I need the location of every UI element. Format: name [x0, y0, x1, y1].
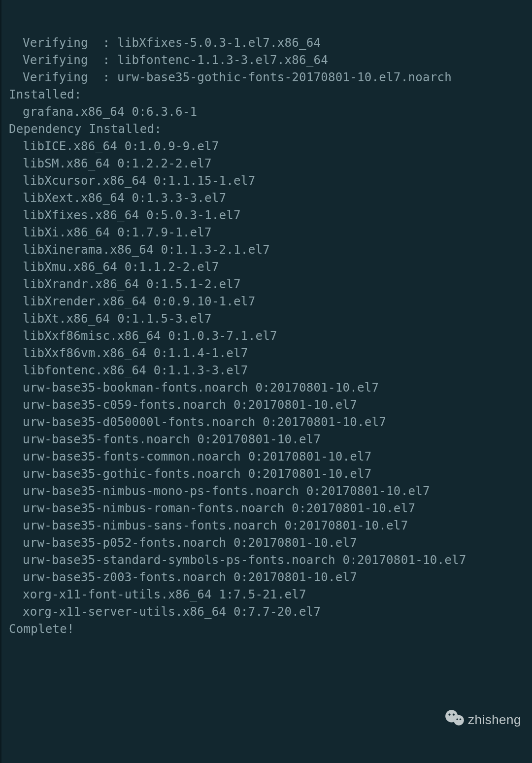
- svg-point-1: [454, 715, 464, 726]
- dependency-package: urw-base35-fonts.noarch 0:20170801-10.el…: [9, 431, 532, 448]
- dependency-package: urw-base35-p052-fonts.noarch 0:20170801-…: [9, 534, 532, 552]
- svg-point-2: [448, 714, 450, 716]
- svg-point-3: [453, 714, 455, 716]
- dependency-package: libXfixes.x86_64 0:5.0.3-1.el7: [9, 207, 532, 224]
- verifying-line: Verifying : libXfixes-5.0.3-1.el7.x86_64: [9, 34, 532, 52]
- dependency-package: xorg-x11-font-utils.x86_64 1:7.5-21.el7: [9, 586, 532, 603]
- installed-header: Installed:: [9, 86, 532, 103]
- dependency-header: Dependency Installed:: [9, 121, 532, 138]
- dependency-package: libXxf86vm.x86_64 0:1.1.4-1.el7: [9, 345, 532, 362]
- dependency-package: urw-base35-bookman-fonts.noarch 0:201708…: [9, 379, 532, 397]
- dependency-package: urw-base35-gothic-fonts.noarch 0:2017080…: [9, 465, 532, 483]
- dependency-package: libSM.x86_64 0:1.2.2-2.el7: [9, 155, 532, 172]
- dependency-package: urw-base35-standard-symbols-ps-fonts.noa…: [9, 552, 532, 569]
- dependency-package: urw-base35-nimbus-mono-ps-fonts.noarch 0…: [9, 483, 532, 500]
- dependency-package: urw-base35-z003-fonts.noarch 0:20170801-…: [9, 569, 532, 586]
- dependency-package: libXmu.x86_64 0:1.1.2-2.el7: [9, 259, 532, 276]
- svg-point-5: [460, 718, 461, 720]
- dependency-package: libXt.x86_64 0:1.1.5-3.el7: [9, 310, 532, 328]
- svg-point-4: [456, 718, 458, 720]
- watermark-text: zhisheng: [468, 711, 521, 729]
- installed-package: grafana.x86_64 0:6.3.6-1: [9, 103, 532, 121]
- dependency-package: urw-base35-nimbus-sans-fonts.noarch 0:20…: [9, 517, 532, 534]
- dependency-package: xorg-x11-server-utils.x86_64 0:7.7-20.el…: [9, 603, 532, 621]
- dependency-package: libXi.x86_64 0:1.7.9-1.el7: [9, 224, 532, 241]
- dependency-package: urw-base35-fonts-common.noarch 0:2017080…: [9, 448, 532, 465]
- dependency-package: urw-base35-nimbus-roman-fonts.noarch 0:2…: [9, 500, 532, 517]
- dependency-package: libXxf86misc.x86_64 0:1.0.3-7.1.el7: [9, 328, 532, 345]
- dependency-package: urw-base35-d050000l-fonts.noarch 0:20170…: [9, 414, 532, 431]
- watermark: zhisheng: [422, 692, 521, 748]
- wechat-icon: [422, 692, 465, 748]
- complete-line: Complete!: [9, 621, 532, 638]
- dependency-package: libXinerama.x86_64 0:1.1.3-2.1.el7: [9, 241, 532, 259]
- dependency-package: libXrender.x86_64 0:0.9.10-1.el7: [9, 293, 532, 310]
- verifying-line: Verifying : urw-base35-gothic-fonts-2017…: [9, 69, 532, 86]
- dependency-package: urw-base35-c059-fonts.noarch 0:20170801-…: [9, 397, 532, 414]
- dependency-package: libXcursor.x86_64 0:1.1.15-1.el7: [9, 172, 532, 190]
- dependency-package: libfontenc.x86_64 0:1.1.3-3.el7: [9, 362, 532, 379]
- dependency-package: libXrandr.x86_64 0:1.5.1-2.el7: [9, 276, 532, 293]
- dependency-package: libXext.x86_64 0:1.3.3-3.el7: [9, 190, 532, 207]
- dependency-package: libICE.x86_64 0:1.0.9-9.el7: [9, 138, 532, 155]
- verifying-line: Verifying : libfontenc-1.1.3-3.el7.x86_6…: [9, 52, 532, 69]
- terminal-output[interactable]: Verifying : libXfixes-5.0.3-1.el7.x86_64…: [0, 0, 532, 763]
